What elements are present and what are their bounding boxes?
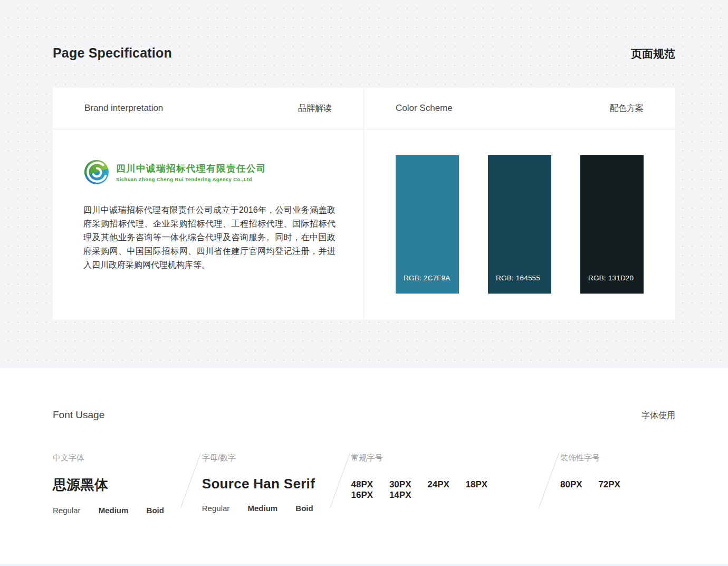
font-col-label: 常规字号 bbox=[351, 453, 537, 463]
company-name-en: Sichuan Zhong Cheng Rui Tendering Agency… bbox=[116, 176, 266, 182]
brand-header-zh: 品牌解读 bbox=[298, 103, 332, 114]
brand-panel-header: Brand interpretation 品牌解读 bbox=[53, 88, 363, 129]
bottom-divider bbox=[0, 564, 728, 566]
size-value: 14PX bbox=[389, 490, 411, 500]
size-value: 48PX bbox=[351, 479, 373, 489]
color-swatch: RGB: 164555 bbox=[488, 155, 551, 294]
weight-regular: Regular bbox=[53, 506, 81, 515]
slash-divider bbox=[328, 451, 351, 510]
font-name: Source Han Serif bbox=[202, 476, 328, 492]
globe-swirl-logo-icon bbox=[83, 159, 110, 185]
weight-bold: Boid bbox=[295, 504, 313, 513]
brand-panel-body: 四川中诚瑞招标代理有限责任公司 Sichuan Zhong Cheng Rui … bbox=[53, 129, 363, 272]
font-col-label: 字母/数字 bbox=[202, 453, 328, 463]
page-title-zh: 页面规范 bbox=[631, 46, 675, 61]
font-col-decorative-sizes: 装饰性字号 80PX 72PX bbox=[560, 453, 675, 490]
color-header-zh: 配色方案 bbox=[610, 103, 644, 114]
brand-description: 四川中诚瑞招标代理有限责任公司成立于2016年，公司业务涵盖政府采购招标代理、企… bbox=[83, 203, 336, 272]
weight-medium: Medium bbox=[99, 506, 129, 515]
page-title-row: Page Specification 页面规范 bbox=[0, 0, 728, 61]
size-value: 72PX bbox=[598, 479, 620, 489]
font-col-label: 中文字体 bbox=[53, 453, 179, 463]
brand-interpretation-panel: Brand interpretation 品牌解读 bbox=[53, 88, 364, 319]
company-name-zh: 四川中诚瑞招标代理有限责任公司 bbox=[116, 162, 266, 175]
color-swatch-label: RGB: 164555 bbox=[496, 274, 540, 282]
color-swatch: RGB: 2C7F9A bbox=[396, 155, 459, 294]
font-weights: Regular Medium Boid bbox=[202, 504, 328, 513]
size-value: 80PX bbox=[560, 479, 582, 489]
weight-regular: Regular bbox=[202, 504, 230, 513]
font-columns: 中文字体 思源黑体 Regular Medium Boid 字母/数字 Sour… bbox=[0, 421, 728, 515]
size-value: 16PX bbox=[351, 490, 373, 500]
company-name-block: 四川中诚瑞招标代理有限责任公司 Sichuan Zhong Cheng Rui … bbox=[116, 162, 266, 182]
font-usage-title: Font Usage bbox=[53, 409, 104, 421]
color-swatch-label: RGB: 131D20 bbox=[588, 274, 634, 282]
weight-medium: Medium bbox=[247, 504, 277, 513]
font-sizes: 48PX 30PX 24PX 18PX 16PX 14PX bbox=[351, 479, 537, 501]
color-swatch: RGB: 131D20 bbox=[580, 155, 644, 294]
font-col-chinese: 中文字体 思源黑体 Regular Medium Boid bbox=[53, 453, 179, 515]
color-swatch-label: RGB: 2C7F9A bbox=[404, 274, 450, 282]
font-weights: Regular Medium Boid bbox=[53, 506, 179, 515]
color-swatch-row: RGB: 2C7F9A RGB: 164555 RGB: 131D20 bbox=[364, 129, 675, 294]
font-title-row: Font Usage 字体使用 bbox=[0, 368, 728, 421]
color-panel-header: Color Scheme 配色方案 bbox=[364, 88, 675, 129]
font-col-label: 装饰性字号 bbox=[560, 453, 675, 463]
color-scheme-panel: Color Scheme 配色方案 RGB: 2C7F9A RGB: 16455… bbox=[364, 88, 675, 319]
slash-divider bbox=[537, 451, 560, 510]
font-name: 思源黑体 bbox=[53, 476, 179, 494]
spec-card: Brand interpretation 品牌解读 bbox=[53, 88, 675, 319]
font-col-regular-sizes: 常规字号 48PX 30PX 24PX 18PX 16PX 14PX bbox=[351, 453, 537, 501]
weight-bold: Boid bbox=[147, 506, 164, 515]
page-title: Page Specification bbox=[53, 45, 172, 61]
font-col-latin: 字母/数字 Source Han Serif Regular Medium Bo… bbox=[202, 453, 328, 513]
size-value: 18PX bbox=[466, 479, 488, 489]
company-logo: 四川中诚瑞招标代理有限责任公司 Sichuan Zhong Cheng Rui … bbox=[83, 159, 333, 185]
size-value: 24PX bbox=[427, 479, 449, 489]
font-usage-title-zh: 字体使用 bbox=[641, 410, 675, 421]
slash-divider bbox=[179, 451, 202, 510]
size-value: 30PX bbox=[389, 479, 411, 489]
color-header-en: Color Scheme bbox=[396, 103, 453, 114]
font-usage-section: Font Usage 字体使用 中文字体 思源黑体 Regular Medium… bbox=[0, 368, 728, 566]
page-specification-section: Page Specification 页面规范 Brand interpreta… bbox=[0, 0, 728, 368]
font-sizes: 80PX 72PX bbox=[560, 479, 675, 490]
brand-header-en: Brand interpretation bbox=[84, 103, 163, 114]
